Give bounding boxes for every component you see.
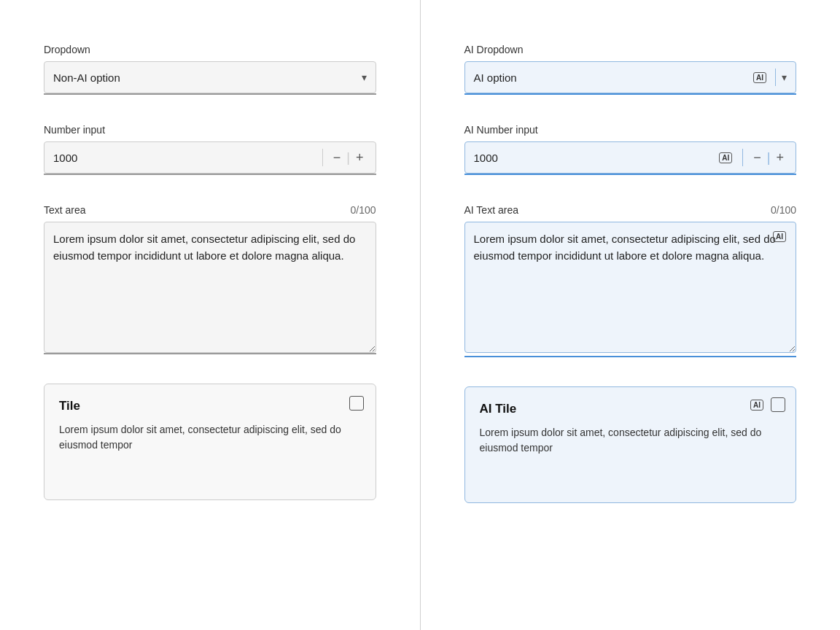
ai-number-input-field: AI Number input 1000 AI − | + (464, 124, 797, 175)
ai-dropdown-label: AI Dropdown (464, 44, 797, 55)
ai-dropdown-divider (775, 69, 776, 86)
textarea-underline (44, 353, 376, 354)
ai-dropdown-control[interactable]: AI option AI ▾ (464, 61, 797, 93)
ai-number-sep: | (767, 150, 771, 166)
dropdown-value: Non-AI option (53, 71, 362, 84)
ai-textarea-wrapper: Lorem ipsum dolor sit amet, consectetur … (464, 222, 797, 356)
ai-dropdown-value: AI option (474, 71, 754, 84)
number-increase-button[interactable]: + (353, 151, 367, 164)
ai-textarea-underline (464, 356, 797, 357)
textarea-header: Text area 0/100 (44, 204, 376, 216)
textarea-input[interactable]: Lorem ipsum dolor sit amet, consectetur … (44, 222, 376, 353)
textarea-field: Text area 0/100 Lorem ipsum dolor sit am… (44, 204, 376, 354)
number-control: 1000 − | + (44, 141, 376, 174)
dropdown-underline (44, 93, 376, 95)
ai-tile-body: Lorem ipsum dolor sit amet, consectetur … (480, 425, 782, 456)
ai-dropdown-field: AI Dropdown AI option AI ▾ (464, 44, 797, 95)
number-sep: | (346, 150, 350, 166)
ai-tile-checkbox[interactable] (771, 397, 785, 412)
ai-badge: AI (753, 72, 766, 83)
ai-textarea-counter: 0/100 (771, 204, 796, 216)
ai-number-divider (742, 149, 743, 166)
ai-chevron-down-icon: ▾ (782, 71, 787, 83)
textarea-label: Text area (44, 204, 86, 216)
ai-textarea-ai-badge: AI (773, 231, 786, 242)
number-input-field: Number input 1000 − | + (44, 124, 376, 175)
ai-textarea-header: AI Text area 0/100 (464, 204, 797, 216)
ai-number-increase-button[interactable]: + (773, 151, 787, 164)
number-decrease-button[interactable]: − (330, 151, 344, 164)
ai-number-underline (464, 174, 797, 175)
ai-number-input-label: AI Number input (464, 124, 797, 136)
ai-textarea-badge-container: AI (773, 229, 789, 242)
tile-checkbox[interactable] (349, 396, 364, 411)
ai-textarea-field: AI Text area 0/100 Lorem ipsum dolor sit… (464, 204, 797, 357)
tile-body: Lorem ipsum dolor sit amet, consectetur … (59, 422, 361, 453)
left-column: Dropdown Non-AI option ▾ Number input 10… (0, 0, 420, 630)
dropdown-control[interactable]: Non-AI option ▾ (44, 61, 376, 93)
ai-tile: AI Tile Lorem ipsum dolor sit amet, cons… (464, 386, 797, 503)
ai-tile-icons: AI (750, 397, 785, 412)
ai-number-control: 1000 AI − | + (464, 141, 797, 174)
number-input-label: Number input (44, 124, 376, 136)
ai-dropdown-underline (464, 93, 797, 95)
tile: Tile Lorem ipsum dolor sit amet, consect… (44, 384, 376, 500)
chevron-down-icon: ▾ (362, 71, 367, 83)
number-value: 1000 (53, 152, 315, 164)
ai-tile-title: AI Tile (480, 402, 782, 416)
ai-number-value: 1000 (474, 152, 720, 164)
dropdown-field: Dropdown Non-AI option ▾ (44, 44, 376, 95)
dropdown-label: Dropdown (44, 44, 376, 55)
tile-title: Tile (59, 399, 361, 413)
number-divider (322, 149, 323, 166)
right-column: AI Dropdown AI option AI ▾ AI Number inp… (421, 0, 841, 630)
ai-tile-ai-badge: AI (750, 400, 763, 411)
ai-textarea-label: AI Text area (464, 204, 518, 216)
ai-textarea-input[interactable]: Lorem ipsum dolor sit amet, consectetur … (464, 222, 797, 353)
textarea-counter: 0/100 (350, 204, 376, 216)
ai-number-badge: AI (719, 152, 732, 163)
ai-number-decrease-button[interactable]: − (750, 151, 764, 164)
number-underline (44, 174, 376, 175)
